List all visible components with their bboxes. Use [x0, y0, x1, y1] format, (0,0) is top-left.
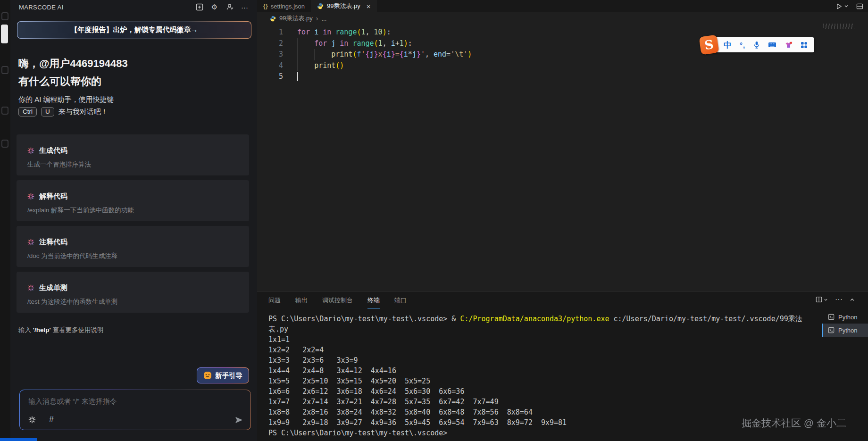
sparkle-icon [27, 147, 34, 154]
terminal-line: 1x6=6 2x6=12 3x6=18 4x6=24 5x6=30 6x6=36 [268, 386, 819, 397]
card-title: 解释代码 [39, 192, 67, 201]
code-editor[interactable]: 12345 for i in range(1, 10): for j in ra… [257, 25, 868, 291]
activity-bar [0, 0, 10, 441]
greeting-line2: 有什么可以帮你的 [18, 73, 128, 91]
breadcrumb-ellipsis: ... [321, 15, 326, 22]
tab-label: 99乘法表.py [327, 2, 360, 10]
card-title: 生成代码 [39, 146, 67, 155]
line-number: 4 [257, 60, 283, 72]
breadcrumb-file: 99乘法表.py [279, 14, 313, 23]
key-ctrl: Ctrl [18, 107, 37, 116]
terminal-output[interactable]: PS C:\Users\Dario\my-test\my-test\.vscod… [268, 314, 819, 440]
terminal-item-label: Python [838, 327, 857, 334]
python-file-icon [317, 3, 324, 9]
terminal-list-item[interactable]: Python [822, 310, 868, 324]
tab-close-icon[interactable]: × [367, 2, 371, 10]
text-cursor [297, 72, 298, 81]
card-explain-code[interactable]: 解释代码 /explain 解释一下当前选中函数的功能 [17, 180, 249, 221]
panel-tab-problems[interactable]: 问题 [268, 296, 281, 308]
json-file-icon: { } [263, 3, 267, 9]
activity-bar-icon[interactable] [1, 12, 8, 20]
split-terminal-icon[interactable] [816, 296, 828, 303]
tab-multiplication-py[interactable]: 99乘法表.py × [311, 0, 377, 12]
sogou-logo-icon[interactable]: S [699, 35, 719, 55]
terminal-line: 1x2=2 2x2=4 [268, 345, 819, 355]
card-desc: /test 为这段选中的函数生成单测 [27, 298, 240, 306]
line-number-gutter: 12345 [257, 27, 283, 83]
panel-tab-output[interactable]: 输出 [295, 296, 308, 308]
terminal-line: 1x4=4 2x4=8 3x4=12 4x4=16 [268, 366, 819, 376]
panel-tab-terminal[interactable]: 终端 [367, 296, 380, 308]
indent-guide [314, 49, 315, 60]
card-desc: /explain 解释一下当前选中函数的功能 [27, 206, 240, 215]
ime-skin-icon[interactable] [785, 42, 793, 49]
beginner-guide-button[interactable]: 新手引导 [197, 367, 249, 383]
new-chat-icon[interactable] [195, 3, 203, 11]
toggle-panel-icon[interactable] [856, 3, 863, 10]
panel-more-icon[interactable]: ··· [835, 295, 843, 304]
line-number: 5 [257, 71, 283, 83]
breadcrumb[interactable]: 99乘法表.py › ... [257, 12, 868, 25]
panel-tab-debug-console[interactable]: 调试控制台 [322, 296, 353, 308]
activity-bar-active-item[interactable] [1, 25, 8, 43]
sparkle-icon [27, 284, 34, 291]
ime-punctuation-icon[interactable]: °, [740, 41, 745, 49]
send-icon[interactable] [234, 416, 243, 424]
panel-maximize-icon[interactable] [850, 297, 855, 302]
terminal-line: 1x7=7 2x7=14 3x7=21 4x7=28 5x7=35 6x7=42… [268, 397, 819, 407]
card-desc: 生成一个冒泡排序算法 [27, 160, 240, 169]
shortcut-row: Ctrl U 来与我对话吧！ [18, 107, 108, 116]
terminal-icon [828, 314, 835, 320]
settings-gear-icon[interactable]: ⚙ [210, 3, 218, 11]
prompt-sparkle-icon[interactable] [28, 416, 36, 424]
annual-report-banner-text: 【年度报告】出炉，解锁专属代码徽章→ [17, 22, 251, 38]
tab-label: settings.json [271, 3, 305, 10]
sidebar-header: MARSCODE AI ⚙ ··· [10, 0, 257, 14]
card-generate-code[interactable]: 生成代码 生成一个冒泡排序算法 [17, 134, 249, 175]
python-file-icon [270, 16, 276, 22]
account-icon[interactable] [225, 3, 234, 11]
juejin-watermark: 掘金技术社区 @ 金小二 [742, 416, 846, 430]
key-u: U [41, 107, 54, 116]
line-number: 2 [257, 38, 283, 50]
code-line [297, 71, 472, 83]
ime-chinese-mode-icon[interactable]: 中 [724, 40, 732, 50]
greeting-line1: 嗨，@用户4469194483 [18, 55, 128, 73]
beginner-guide-label: 新手引导 [215, 371, 242, 380]
terminal-line: 1x5=5 2x5=10 3x5=15 4x5=20 5x5=25 [268, 376, 819, 386]
faint-watermark [823, 24, 854, 29]
card-desc: /doc 为当前选中的代码生成注释 [27, 252, 240, 260]
code-lines: for i in range(1, 10): for j in range(1,… [297, 27, 472, 83]
terminal-line: 1x8=8 2x8=16 3x8=24 4x8=32 5x8=40 6x8=48… [268, 407, 819, 417]
activity-bar-icon[interactable] [1, 66, 8, 74]
panel-tab-ports[interactable]: 端口 [394, 296, 407, 308]
editor-tabbar: { } settings.json 99乘法表.py × [257, 0, 868, 12]
terminal-line: PS C:\Users\Dario\my-test\my-test\.vscod… [268, 428, 819, 438]
tab-settings-json[interactable]: { } settings.json [257, 0, 311, 12]
ime-mic-icon[interactable] [753, 41, 760, 49]
activity-bar-icon[interactable] [1, 140, 8, 148]
terminal-line: 1x1=1 [268, 334, 819, 345]
terminal-line: 1x3=3 2x3=6 3x3=9 [268, 355, 819, 366]
breadcrumb-chevron-icon: › [316, 15, 318, 22]
terminal-line: 表.py [268, 324, 819, 334]
help-hint: 输入 '/help' 查看更多使用说明 [18, 326, 103, 334]
card-comment-code[interactable]: 注释代码 /doc 为当前选中的代码生成注释 [17, 226, 249, 267]
code-line: for i in range(1, 10): [297, 27, 472, 38]
indent-guide [297, 38, 298, 71]
sidebar-title: MARSCODE AI [19, 4, 64, 11]
terminal-icon [828, 327, 835, 333]
marscode-sidebar: MARSCODE AI ⚙ ··· 【年度报告】出炉，解锁专属代码徽章→ 嗨，@… [10, 0, 258, 441]
annual-report-banner[interactable]: 【年度报告】出炉，解锁专属代码徽章→ [17, 21, 251, 39]
code-line: print() [297, 60, 472, 72]
terminal-list-item-selected[interactable]: Python [822, 324, 868, 337]
context-hash-icon[interactable]: # [49, 415, 54, 424]
run-python-button[interactable] [835, 3, 849, 10]
chat-input[interactable]: 输入消息或者 “/” 来选择指令 # [19, 390, 251, 430]
more-actions-icon[interactable]: ··· [241, 3, 249, 11]
card-generate-test[interactable]: 生成单测 /test 为这段选中的函数生成单测 [17, 272, 249, 313]
ime-keyboard-icon[interactable] [768, 42, 776, 48]
ime-toolbox-icon[interactable] [801, 42, 808, 49]
activity-bar-icon[interactable] [1, 107, 8, 115]
hugging-face-emoji-icon [203, 371, 212, 380]
